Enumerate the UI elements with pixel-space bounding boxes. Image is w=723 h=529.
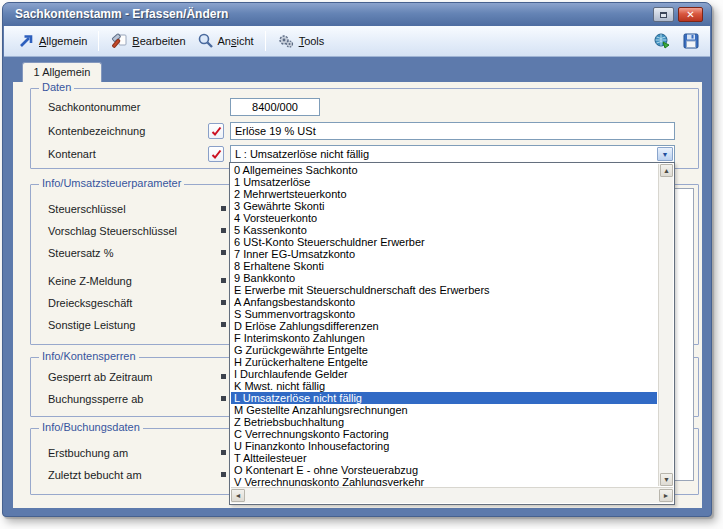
kontenbezeichnung-input[interactable]: Erlöse 19 % USt [230,122,675,140]
menu-bearbeiten[interactable]: Bearbeiten [105,29,190,53]
info-row: Steuerschlüssel [48,198,258,220]
dropdown-option[interactable]: A Anfangsbestandskonto [231,296,657,308]
window-title: Sachkontenstamm - Erfassen/Ändern [15,7,228,21]
close-button[interactable]: ✕ [678,7,703,22]
dropdown-option[interactable]: F Interimskonto Zahlungen [231,332,657,344]
dropdown-option[interactable]: 2 Mehrwertsteuerkonto [231,188,657,200]
square-marker [221,322,226,327]
dropdown-option[interactable]: G Zurückgewährte Entgelte [231,344,657,356]
info-row: Gesperrt ab Zeitraum [48,366,258,388]
square-marker [221,450,226,455]
dropdown-option[interactable]: 1 Umsatzerlöse [231,176,657,188]
kontenart-combobox[interactable]: L : Umsatzerlöse nicht fällig ▼ [230,145,675,163]
dropdown-vertical-scrollbar[interactable]: ▲ ▼ [658,164,673,486]
square-marker [221,374,226,379]
square-marker [221,206,226,211]
info-row: Sonstige Leistung [48,314,258,336]
gears-icon [277,32,295,50]
info-row: Zuletzt bebucht am [48,464,258,486]
square-marker [221,472,226,477]
kontenart-options: 0 Allgemeines Sachkonto1 Umsatzerlöse2 M… [231,164,657,486]
info-row: Vorschlag Steuerschlüssel [48,220,258,242]
info-row: Buchungssperre ab [48,388,258,410]
scroll-left-icon[interactable]: ◄ [231,489,245,502]
info-row-label: Steuersatz % [48,247,113,259]
dropdown-option[interactable]: K Mwst. nicht fällig [231,380,657,392]
dropdown-horizontal-scrollbar[interactable]: ◄ ► [231,487,673,503]
dropdown-option[interactable]: 0 Allgemeines Sachkonto [231,164,657,176]
red-check-icon [211,126,222,137]
square-marker [221,278,226,283]
save-icon[interactable] [682,32,700,50]
dropdown-option[interactable]: D Erlöse Zahlungsdifferenzen [231,320,657,332]
info-row: Steuersatz % [48,242,258,264]
red-check-icon [211,149,222,160]
chevron-down-icon: ▼ [662,151,669,158]
dropdown-option[interactable]: E Erwerbe mit Steuerschuldnerschaft des … [231,284,657,296]
dropdown-option[interactable]: T Altteilesteuer [231,452,657,464]
arrow-up-right-icon [17,32,35,50]
info-row: Erstbuchung am [48,442,258,464]
square-marker [221,396,226,401]
menu-allgemein[interactable]: Allgemein [12,29,92,53]
app-window: Sachkontenstamm - Erfassen/Ändern ✕ Allg… [2,2,712,517]
combo-dropdown-button[interactable]: ▼ [657,147,673,161]
dropdown-option[interactable]: O Kontenart E - ohne Vorsteuerabzug [231,464,657,476]
dropdown-option[interactable]: U Finanzkonto Inhousefactoring [231,440,657,452]
toolbar-right-icons [653,32,700,50]
square-marker [221,300,226,305]
content-area: Daten Sachkontonummer 8400/000 Kontenbez… [13,82,702,508]
info-row-label: Dreiecksgeschäft [48,297,132,309]
info-row-label: Gesperrt ab Zeitraum [48,371,153,383]
restore-icon [660,12,667,18]
scroll-right-icon[interactable]: ► [659,489,673,502]
info-row-label: Sonstige Leistung [48,319,135,331]
square-marker [221,250,226,255]
kontenbezeichnung-label: Kontenbezeichnung [48,125,145,137]
dropdown-option[interactable]: H Zurückerhaltene Entgelte [231,356,657,368]
kontenart-check-button[interactable] [208,146,224,162]
toolbar-separator [98,31,99,51]
info-row-label: Buchungssperre ab [48,393,143,405]
dropdown-option[interactable]: M Gestellte Anzahlungsrechnungen [231,404,657,416]
dropdown-option[interactable]: I Durchlaufende Gelder [231,368,657,380]
restore-button[interactable] [653,7,674,22]
scroll-down-icon[interactable]: ▼ [660,473,673,486]
group-daten: Daten Sachkontonummer 8400/000 Kontenbez… [30,88,699,169]
dropdown-option[interactable]: 6 USt-Konto Steuerschuldner Erwerber [231,236,657,248]
info-row-label: Erstbuchung am [48,447,128,459]
tab-allgemein[interactable]: 1 Allgemein [22,62,102,82]
scroll-up-icon[interactable]: ▲ [660,164,673,177]
kontenart-value: L : Umsatzerlöse nicht fällig [235,147,656,162]
globe-download-icon[interactable] [653,32,671,50]
menu-ansicht[interactable]: Ansicht [191,29,259,53]
dropdown-option[interactable]: C Verrechnungskonto Factoring [231,428,657,440]
dropdown-option[interactable]: V Verrechnungskonto Zahlungsverkehr [231,476,657,486]
info-row-label: Vorschlag Steuerschlüssel [48,225,177,237]
dropdown-option[interactable]: 4 Vorsteuerkonto [231,212,657,224]
square-marker [221,228,226,233]
toolbar: Allgemein Bearbeiten Ansicht [4,26,710,57]
kontenbezeichnung-check-button[interactable] [208,123,224,139]
title-bar: Sachkontenstamm - Erfassen/Ändern [3,3,711,26]
dropdown-option[interactable]: 7 Inner EG-Umsatzkonto [231,248,657,260]
sachkontonummer-input[interactable]: 8400/000 [230,98,320,116]
info-row: Keine Z-Meldung [48,270,258,292]
group-daten-title: Daten [39,81,74,93]
dropdown-option[interactable]: S Summenvortragskonto [231,308,657,320]
dropdown-option[interactable]: L Umsatzerlöse nicht fällig [231,392,657,404]
dropdown-option[interactable]: 9 Bankkonto [231,272,657,284]
toolbar-separator [265,31,266,51]
info-row: Dreiecksgeschäft [48,292,258,314]
dropdown-option[interactable]: 8 Erhaltene Skonti [231,260,657,272]
dropdown-option[interactable]: 3 Gewährte Skonti [231,200,657,212]
close-icon: ✕ [686,9,694,20]
sachkontonummer-label: Sachkontonummer [48,101,140,113]
dropdown-option[interactable]: Z Betriebsbuchhaltung [231,416,657,428]
menu-tools[interactable]: Tools [272,29,330,53]
dropdown-option[interactable]: 5 Kassenkonto [231,224,657,236]
info-row-label: Keine Z-Meldung [48,275,132,287]
window-controls: ✕ [653,7,703,22]
kontenart-dropdown-panel: 0 Allgemeines Sachkonto1 Umsatzerlöse2 M… [229,162,675,505]
hammer-icon [110,32,128,50]
